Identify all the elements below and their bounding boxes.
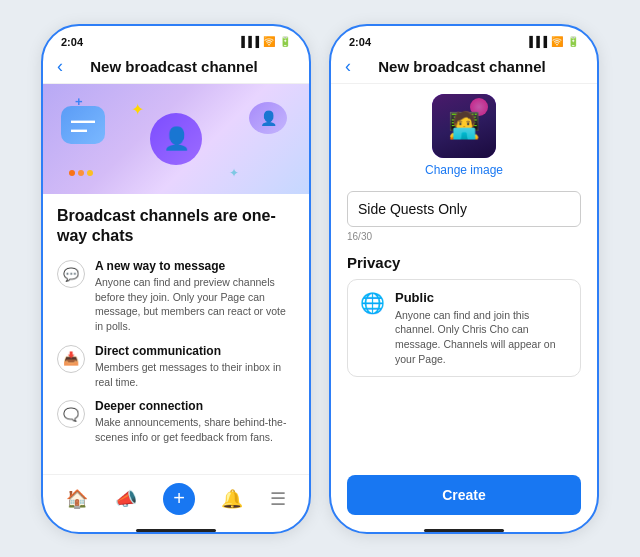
bubble-right-icon: 👤 bbox=[260, 110, 277, 126]
signal-icon: ▐▐▐ bbox=[238, 36, 259, 47]
hero-star2-icon: ✦ bbox=[229, 166, 239, 180]
feature-title-0: A new way to message bbox=[95, 259, 295, 273]
wifi-icon-2: 🛜 bbox=[551, 36, 563, 47]
phone1-content: + ▬▬▬▬▬ ✦ 👤 👤 ✦ Broadcas bbox=[43, 84, 309, 474]
feature-icon-2: 🗨️ bbox=[57, 400, 85, 428]
dot-2 bbox=[78, 170, 84, 176]
battery-icon: 🔋 bbox=[279, 36, 291, 47]
nav-title-1: New broadcast channel bbox=[71, 58, 277, 75]
privacy-text: Public Anyone can find and join this cha… bbox=[395, 290, 568, 367]
menu-icon: ☰ bbox=[270, 488, 286, 510]
feature-icon-0: 💬 bbox=[57, 260, 85, 288]
dot-3 bbox=[87, 170, 93, 176]
bubble-left-icon: ▬▬▬▬▬ bbox=[71, 116, 95, 134]
battery-icon-2: 🔋 bbox=[567, 36, 579, 47]
avatar-person-icon: 🧑‍💻 bbox=[448, 110, 480, 141]
phone-2: 2:04 ▐▐▐ 🛜 🔋 ‹ New broadcast channel 🧑‍💻 bbox=[329, 24, 599, 534]
privacy-title: Public bbox=[395, 290, 568, 305]
back-button-1[interactable]: ‹ bbox=[57, 56, 63, 77]
home-indicator-1 bbox=[136, 529, 216, 532]
time-2: 2:04 bbox=[349, 36, 371, 48]
back-button-2[interactable]: ‹ bbox=[345, 56, 351, 77]
nav-add[interactable]: + bbox=[163, 483, 195, 515]
hero-bubble-right: 👤 bbox=[249, 102, 287, 134]
time-1: 2:04 bbox=[61, 36, 83, 48]
channel-avatar: 🧑‍💻 bbox=[432, 94, 496, 158]
feature-item-2: 🗨️ Deeper connection Make announcements,… bbox=[57, 399, 295, 444]
status-icons-1: ▐▐▐ 🛜 🔋 bbox=[238, 36, 291, 47]
privacy-desc: Anyone can find and join this channel. O… bbox=[395, 308, 568, 367]
char-count: 16/30 bbox=[347, 231, 581, 242]
nav-menu[interactable]: ☰ bbox=[270, 488, 286, 510]
hero-bubble-left: ▬▬▬▬▬ bbox=[61, 106, 105, 144]
nav-bar-1: ‹ New broadcast channel bbox=[43, 52, 309, 84]
status-bar-1: 2:04 ▐▐▐ 🛜 🔋 bbox=[43, 26, 309, 52]
hero-dots bbox=[69, 170, 93, 176]
headline: Broadcast channels are one-way chats bbox=[57, 206, 295, 248]
home-icon: 🏠 bbox=[66, 488, 88, 510]
change-image-button[interactable]: Change image bbox=[425, 163, 503, 177]
bell-icon: 🔔 bbox=[221, 488, 243, 510]
feature-item-1: 📥 Direct communication Members get messa… bbox=[57, 344, 295, 389]
privacy-card[interactable]: 🌐 Public Anyone can find and join this c… bbox=[347, 279, 581, 378]
hero-star-icon: ✦ bbox=[131, 100, 144, 119]
nav-bar-2: ‹ New broadcast channel bbox=[331, 52, 597, 84]
broadcast-icon: 📣 bbox=[115, 488, 137, 510]
nav-home[interactable]: 🏠 bbox=[66, 488, 88, 510]
p2-content: 🧑‍💻 Change image 16/30 Privacy 🌐 Public … bbox=[331, 84, 597, 451]
nav-notifications[interactable]: 🔔 bbox=[221, 488, 243, 510]
feature-text-2: Deeper connection Make announcements, sh… bbox=[95, 399, 295, 444]
phone-1: 2:04 ▐▐▐ 🛜 🔋 ‹ New broadcast channel + ▬… bbox=[41, 24, 311, 534]
hero-central-avatar: 👤 bbox=[150, 113, 202, 165]
feature-title-1: Direct communication bbox=[95, 344, 295, 358]
channel-name-input[interactable] bbox=[347, 191, 581, 227]
avatar-section: 🧑‍💻 Change image bbox=[347, 94, 581, 177]
status-bar-2: 2:04 ▐▐▐ 🛜 🔋 bbox=[331, 26, 597, 52]
create-button[interactable]: Create bbox=[347, 475, 581, 515]
home-indicator-2 bbox=[424, 529, 504, 532]
person-icon: 👤 bbox=[163, 126, 190, 152]
feature-text-1: Direct communication Members get message… bbox=[95, 344, 295, 389]
feature-icon-1: 📥 bbox=[57, 345, 85, 373]
bottom-nav-1: 🏠 📣 + 🔔 ☰ bbox=[43, 474, 309, 525]
wifi-icon: 🛜 bbox=[263, 36, 275, 47]
feature-desc-0: Anyone can find and preview channels bef… bbox=[95, 275, 295, 334]
feature-item-0: 💬 A new way to message Anyone can find a… bbox=[57, 259, 295, 334]
hero-illustration: + ▬▬▬▬▬ ✦ 👤 👤 ✦ bbox=[43, 84, 309, 194]
p1-body: Broadcast channels are one-way chats 💬 A… bbox=[43, 194, 309, 467]
feature-desc-2: Make announcements, share behind-the-sce… bbox=[95, 415, 295, 444]
avatar-inner: 🧑‍💻 bbox=[432, 94, 496, 158]
dot-1 bbox=[69, 170, 75, 176]
nav-title-2: New broadcast channel bbox=[359, 58, 565, 75]
public-icon: 🌐 bbox=[360, 291, 385, 315]
privacy-section-label: Privacy bbox=[347, 254, 581, 271]
status-icons-2: ▐▐▐ 🛜 🔋 bbox=[526, 36, 579, 47]
feature-title-2: Deeper connection bbox=[95, 399, 295, 413]
feature-desc-1: Members get messages to their inbox in r… bbox=[95, 360, 295, 389]
nav-broadcast[interactable]: 📣 bbox=[115, 488, 137, 510]
p2-bottom: Create bbox=[331, 451, 597, 525]
signal-icon-2: ▐▐▐ bbox=[526, 36, 547, 47]
feature-text-0: A new way to message Anyone can find and… bbox=[95, 259, 295, 334]
